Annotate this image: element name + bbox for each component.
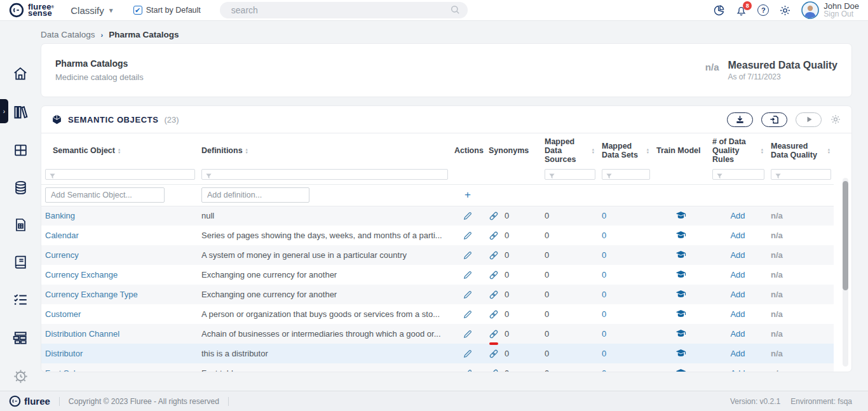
filter-input[interactable]	[202, 170, 447, 179]
sidebar-item-data-sources[interactable]	[0, 180, 41, 196]
filter-mapped-sets[interactable]	[602, 169, 650, 180]
link-icon[interactable]	[489, 290, 499, 300]
semantic-object-link[interactable]: Banking	[45, 211, 75, 220]
add-rule-link[interactable]: Add	[730, 349, 745, 358]
user-menu[interactable]: John Doe Sign Out	[801, 1, 859, 19]
table-row[interactable]: Currency Exchange Type Exchanging one cu…	[41, 285, 834, 304]
mapped-sets-count[interactable]: 0	[602, 231, 606, 240]
gear-icon[interactable]	[779, 4, 791, 17]
edit-icon[interactable]	[463, 231, 473, 241]
edit-icon[interactable]	[463, 211, 473, 221]
semantic-object-link[interactable]: Currency Exchange	[45, 270, 118, 280]
sort-icon[interactable]: ▴▾	[592, 147, 594, 154]
edit-icon[interactable]	[463, 270, 473, 280]
sort-icon[interactable]: ▴▾	[761, 147, 763, 154]
sidebar-item-data-sets[interactable]	[0, 217, 41, 232]
mapped-sets-count[interactable]: 0	[602, 368, 606, 372]
filter-mapped-sources[interactable]	[545, 169, 595, 180]
filter-definitions[interactable]	[201, 169, 448, 180]
add-definition-input[interactable]	[201, 187, 309, 203]
add-rule-link[interactable]: Add	[730, 290, 745, 299]
semantic-object-link[interactable]: Distributor	[45, 349, 83, 358]
train-model-icon[interactable]	[675, 250, 686, 260]
sidebar-item-data-catalogs[interactable]: ›	[0, 104, 41, 121]
filter-dq-rules[interactable]	[712, 169, 764, 180]
table-row[interactable]: Currency Exchange Exchanging one currenc…	[41, 265, 834, 285]
link-icon[interactable]	[489, 211, 499, 221]
scrollbar-thumb[interactable]	[843, 181, 848, 290]
table-scrollbar[interactable]	[843, 178, 848, 367]
filter-measured-quality[interactable]	[771, 169, 831, 180]
train-model-icon[interactable]	[675, 309, 686, 319]
link-icon[interactable]	[489, 309, 499, 320]
checkbox-icon[interactable]: ✔	[133, 6, 142, 15]
table-row[interactable]: Calendar Series of pages showing the day…	[41, 226, 834, 245]
train-model-icon[interactable]	[675, 329, 686, 339]
avatar[interactable]	[801, 1, 819, 19]
import-button[interactable]	[761, 112, 787, 127]
run-button[interactable]	[796, 112, 822, 127]
link-icon[interactable]	[489, 270, 499, 280]
link-icon[interactable]	[489, 231, 499, 241]
filter-input[interactable]	[46, 170, 194, 179]
mapped-sets-count[interactable]: 0	[602, 329, 606, 339]
link-icon[interactable]	[489, 368, 499, 373]
edit-icon[interactable]	[463, 250, 473, 260]
download-button[interactable]	[727, 112, 753, 127]
table-body-viewport[interactable]: + Banking null 0 0 0 Add n/a Calendar Se…	[41, 185, 851, 372]
edit-icon[interactable]	[463, 368, 473, 373]
semantic-object-link[interactable]: Customer	[45, 309, 81, 319]
link-icon[interactable]	[489, 349, 499, 359]
table-row[interactable]: Distribution Channel Achain of businesse…	[41, 324, 834, 344]
bell-icon[interactable]: 8	[735, 4, 747, 17]
table-row[interactable]: Fact Sales Fact tables 0 0 0 Add n/a	[41, 363, 834, 372]
semantic-object-link[interactable]: Fact Sales	[45, 368, 84, 372]
semantic-object-link[interactable]: Calendar	[45, 231, 79, 240]
mapped-sets-count[interactable]: 0	[602, 270, 606, 280]
sidebar-item-rules[interactable]	[0, 292, 41, 308]
sidebar-item-grid[interactable]	[0, 142, 41, 158]
train-model-icon[interactable]	[675, 231, 686, 240]
link-icon[interactable]	[489, 250, 499, 260]
add-row-button[interactable]: +	[454, 189, 481, 201]
sort-icon[interactable]: ▴▾	[828, 147, 830, 154]
classify-dropdown[interactable]: Classify ▼	[71, 5, 114, 16]
sidebar-item-settings-history[interactable]	[0, 368, 41, 385]
edit-icon[interactable]	[463, 329, 473, 339]
add-rule-link[interactable]: Add	[730, 270, 745, 280]
mapped-sets-count[interactable]: 0	[602, 349, 606, 358]
breadcrumb-data-catalogs[interactable]: Data Catalogs	[41, 30, 95, 39]
add-rule-link[interactable]: Add	[730, 231, 745, 240]
add-rule-link[interactable]: Add	[730, 368, 745, 372]
table-row[interactable]: Distributor this is a distributor 0 0 0 …	[41, 344, 834, 363]
semantic-object-link[interactable]: Distribution Channel	[45, 329, 119, 339]
sidebar-item-home[interactable]	[0, 65, 41, 82]
semantic-object-link[interactable]: Currency	[45, 250, 79, 260]
sort-icon[interactable]: ▴▾	[118, 147, 120, 154]
table-row[interactable]: Customer A person or organization that b…	[41, 304, 834, 324]
edit-icon[interactable]	[463, 290, 473, 300]
mapped-sets-count[interactable]: 0	[602, 211, 606, 220]
train-model-icon[interactable]	[675, 349, 686, 358]
pie-chart-icon[interactable]	[713, 4, 725, 17]
mapped-sets-count[interactable]: 0	[602, 290, 606, 299]
sort-icon[interactable]: ▴▾	[647, 147, 649, 154]
table-row[interactable]: Currency A system of money in general us…	[41, 245, 834, 265]
sort-icon[interactable]: ▴▾	[246, 147, 248, 154]
brand-logo[interactable]: fluree® sense	[9, 3, 54, 18]
add-rule-link[interactable]: Add	[730, 329, 745, 339]
sidebar-item-glossary[interactable]	[0, 254, 41, 270]
edit-icon[interactable]	[463, 309, 473, 320]
train-model-icon[interactable]	[675, 368, 686, 372]
start-by-default-checkbox[interactable]: ✔ Start by Default	[133, 6, 201, 15]
help-icon[interactable]: ?	[757, 4, 769, 16]
add-rule-link[interactable]: Add	[730, 250, 745, 260]
sidebar-item-jobs[interactable]	[0, 330, 41, 346]
filter-semantic-object[interactable]	[45, 169, 195, 180]
mapped-sets-count[interactable]: 0	[602, 250, 606, 260]
add-rule-link[interactable]: Add	[730, 309, 745, 319]
train-model-icon[interactable]	[675, 290, 686, 299]
semantic-object-link[interactable]: Currency Exchange Type	[45, 290, 138, 299]
train-model-icon[interactable]	[675, 270, 686, 280]
link-icon[interactable]	[489, 329, 499, 339]
